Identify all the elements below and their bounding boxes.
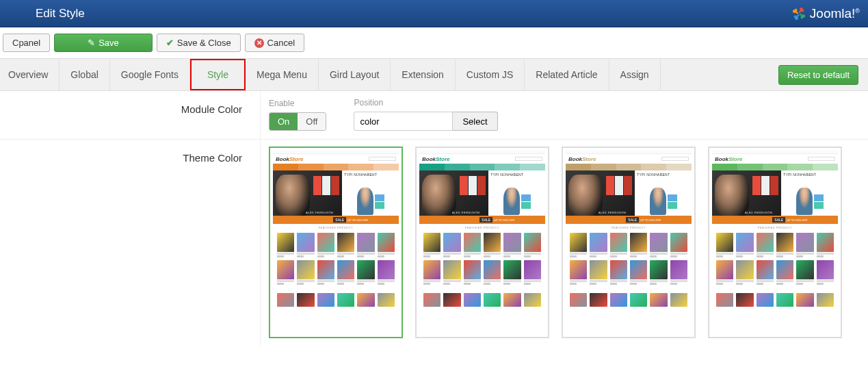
- tabs-bar: OverviewGlobalGoogle FontsStyleMega Menu…: [0, 58, 868, 91]
- theme-option-1[interactable]: BookStoreALEX FERGUSONTYPI NONHABENTSALE…: [415, 147, 549, 338]
- toolbar: Cpanel ✎ Save ✔ Save & Close ✕ Cancel: [0, 27, 868, 58]
- tab-custom-js[interactable]: Custom JS: [456, 59, 525, 90]
- preview-book: [317, 293, 334, 307]
- preview-book: [317, 233, 334, 257]
- theme-preview: BookStoreALEX FERGUSONTYPI NONHABENTSALE…: [273, 151, 399, 334]
- preview-book: [357, 293, 374, 307]
- preview-book: [277, 293, 294, 307]
- select-button[interactable]: Select: [453, 112, 497, 131]
- preview-book: [503, 293, 521, 307]
- position-label: Position: [354, 98, 497, 107]
- tab-google-fonts[interactable]: Google Fonts: [110, 59, 190, 90]
- tab-assign[interactable]: Assign: [609, 59, 661, 90]
- preview-book: [378, 293, 395, 307]
- preview-book: [776, 233, 793, 257]
- tab-style[interactable]: Style: [190, 59, 246, 90]
- preview-book: [277, 260, 294, 285]
- joomla-icon: [792, 7, 806, 21]
- preview-book: [610, 260, 627, 285]
- preview-book: [570, 260, 587, 285]
- enable-toggle[interactable]: On Off: [269, 112, 326, 131]
- theme-option-3[interactable]: BookStoreALEX FERGUSONTYPI NONHABENTSALE…: [708, 147, 842, 338]
- preview-book: [443, 233, 460, 257]
- preview-book: [670, 233, 687, 257]
- tab-mega-menu[interactable]: Mega Menu: [246, 59, 319, 90]
- preview-book: [503, 233, 521, 257]
- preview-book: [776, 260, 793, 285]
- module-color-body: Enable On Off Position Select: [260, 91, 868, 139]
- preview-book: [357, 260, 374, 285]
- module-color-row: Module Color Enable On Off Position Sele…: [0, 91, 868, 140]
- preview-book: [736, 233, 753, 257]
- preview-book: [423, 260, 440, 285]
- cancel-button[interactable]: ✕ Cancel: [245, 34, 304, 52]
- enable-label: Enable: [269, 99, 326, 108]
- preview-book: [736, 293, 753, 307]
- save-button[interactable]: ✎ Save: [54, 34, 153, 52]
- save-icon: ✎: [88, 38, 95, 48]
- brand-text: Joomla!®: [810, 6, 860, 21]
- theme-option-2[interactable]: BookStoreALEX FERGUSONTYPI NONHABENTSALE…: [562, 147, 696, 338]
- preview-book: [524, 293, 541, 307]
- cancel-icon: ✕: [254, 38, 264, 48]
- toggle-on[interactable]: On: [269, 113, 298, 130]
- preview-book: [297, 260, 314, 285]
- preview-book: [757, 260, 774, 285]
- theme-color-body: BookStoreALEX FERGUSONTYPI NONHABENTSALE…: [260, 140, 868, 346]
- module-color-label: Module Color: [0, 91, 260, 139]
- preview-book: [277, 233, 294, 257]
- theme-preview: BookStoreALEX FERGUSONTYPI NONHABENTSALE…: [712, 151, 838, 334]
- position-group: Position Select: [354, 98, 497, 131]
- preview-book: [650, 293, 667, 307]
- preview-book: [570, 293, 587, 307]
- tab-overview[interactable]: Overview: [0, 59, 60, 90]
- theme-color-label: Theme Color: [0, 140, 260, 346]
- preview-book: [590, 260, 607, 285]
- preview-book: [484, 260, 501, 285]
- preview-book: [503, 260, 521, 285]
- preview-book: [817, 260, 834, 285]
- position-input[interactable]: [354, 112, 453, 131]
- preview-book: [630, 233, 647, 257]
- preview-book: [524, 233, 541, 257]
- preview-book: [817, 233, 834, 257]
- preview-book: [337, 233, 354, 257]
- preview-book: [776, 293, 793, 307]
- cpanel-button[interactable]: Cpanel: [3, 34, 50, 52]
- preview-book: [610, 233, 627, 257]
- tabs: OverviewGlobalGoogle FontsStyleMega Menu…: [0, 59, 661, 90]
- preview-book: [670, 260, 687, 285]
- preview-book: [464, 293, 481, 307]
- toggle-off[interactable]: Off: [298, 113, 326, 130]
- theme-color-row: Theme Color BookStoreALEX FERGUSONTYPI N…: [0, 140, 868, 346]
- preview-book: [630, 260, 647, 285]
- cancel-label: Cancel: [267, 38, 295, 48]
- save-close-button[interactable]: ✔ Save & Close: [157, 34, 241, 52]
- preview-book: [670, 293, 687, 307]
- tab-extension[interactable]: Extension: [391, 59, 455, 90]
- preview-book: [610, 293, 627, 307]
- preview-book: [817, 293, 834, 307]
- tab-global[interactable]: Global: [60, 59, 109, 90]
- theme-option-0[interactable]: BookStoreALEX FERGUSONTYPI NONHABENTSALE…: [269, 147, 403, 338]
- preview-book: [736, 260, 753, 285]
- preview-book: [796, 293, 813, 307]
- preview-book: [650, 260, 667, 285]
- header: Edit Style Joomla!®: [0, 0, 868, 27]
- theme-preview: BookStoreALEX FERGUSONTYPI NONHABENTSALE…: [566, 151, 692, 334]
- preview-book: [337, 260, 354, 285]
- preview-book: [716, 233, 733, 257]
- reset-default-button[interactable]: Reset to default: [778, 65, 858, 85]
- theme-preview: BookStoreALEX FERGUSONTYPI NONHABENTSALE…: [419, 151, 545, 334]
- preview-book: [464, 233, 481, 257]
- preview-book: [796, 260, 813, 285]
- tab-gird-layout[interactable]: Gird Layout: [319, 59, 391, 90]
- preview-book: [378, 260, 395, 285]
- preview-book: [317, 260, 334, 285]
- preview-book: [757, 293, 774, 307]
- preview-book: [524, 260, 541, 285]
- preview-book: [357, 233, 374, 257]
- tab-related-article[interactable]: Related Article: [525, 59, 609, 90]
- check-icon: ✔: [166, 38, 174, 48]
- preview-book: [570, 233, 587, 257]
